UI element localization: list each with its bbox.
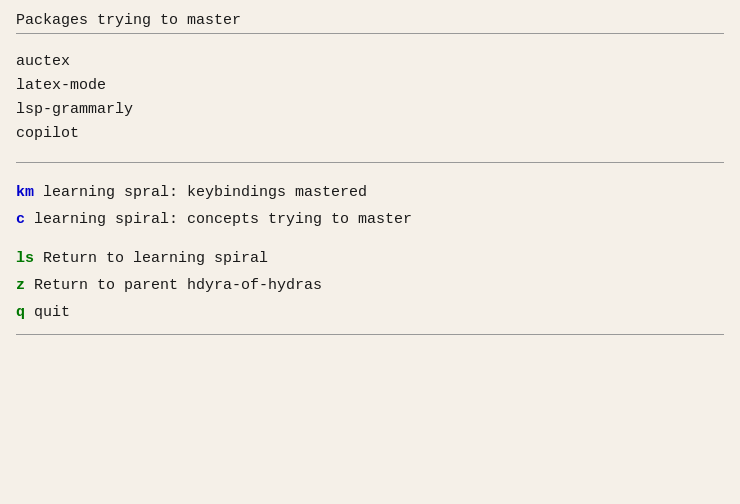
command-description: Return to learning spiral bbox=[34, 250, 268, 267]
command-description: quit bbox=[25, 304, 70, 321]
footer-divider bbox=[16, 334, 724, 335]
command-line: c learning spiral: concepts trying to ma… bbox=[16, 206, 724, 233]
package-item: auctex bbox=[16, 50, 724, 74]
command-key: z bbox=[16, 277, 25, 294]
command-key: km bbox=[16, 184, 34, 201]
command-key: ls bbox=[16, 250, 34, 267]
command-line: q quit bbox=[16, 299, 724, 326]
package-item: lsp-grammarly bbox=[16, 98, 724, 122]
command-description: Return to parent hdyra-of-hydras bbox=[25, 277, 322, 294]
main-container: Packages trying to master auctexlatex-mo… bbox=[16, 12, 724, 335]
section-header: Packages trying to master bbox=[16, 12, 724, 29]
command-line: ls Return to learning spiral bbox=[16, 245, 724, 272]
command-description: learning spiral: concepts trying to mast… bbox=[25, 211, 412, 228]
package-list: auctexlatex-modelsp-grammarlycopilot bbox=[16, 50, 724, 146]
top-divider bbox=[16, 33, 724, 34]
title-text: Packages trying to master bbox=[16, 12, 241, 29]
package-item: copilot bbox=[16, 122, 724, 146]
command-description: learning spral: keybindings mastered bbox=[34, 184, 367, 201]
mid-divider bbox=[16, 162, 724, 163]
command-line: z Return to parent hdyra-of-hydras bbox=[16, 272, 724, 299]
command-line: km learning spral: keybindings mastered bbox=[16, 179, 724, 206]
commands-section: km learning spral: keybindings masteredc… bbox=[16, 179, 724, 326]
command-key: c bbox=[16, 211, 25, 228]
spacer bbox=[16, 233, 724, 245]
command-key: q bbox=[16, 304, 25, 321]
package-item: latex-mode bbox=[16, 74, 724, 98]
